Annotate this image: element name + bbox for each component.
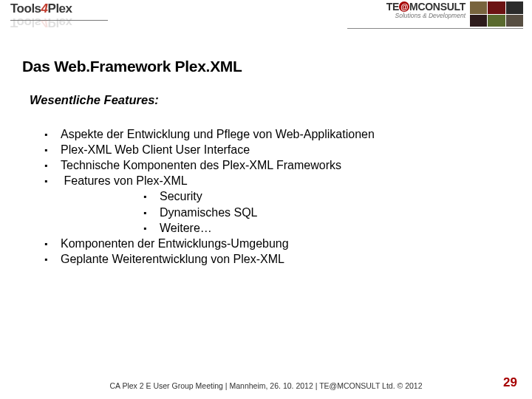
list-item: Technische Komponenten des Plex-XML Fram…: [44, 157, 510, 173]
list-item: Komponenten der Entwicklungs-Umgebung: [44, 236, 510, 251]
slide-header: Tools4Plex Tools4Plex TE@MCONSULT Soluti…: [0, 0, 532, 37]
list-item: Aspekte der Entwicklung und Pflege von W…: [44, 126, 510, 142]
list-item: Geplante Weiterentwicklung von Plex-XML: [44, 251, 510, 267]
sub-bullet-list: Security Dynamisches SQL Weitere…: [143, 188, 510, 235]
header-thumbnail-grid: [470, 1, 523, 27]
list-item: Features von Plex-XML Security Dynamisch…: [44, 173, 510, 235]
logo-teamconsult: TE@MCONSULT Solutions & Development: [386, 1, 466, 19]
logo-text-four: 4: [41, 1, 48, 16]
list-item: Weitere…: [143, 220, 510, 236]
brand-subtitle: Solutions & Development: [386, 13, 466, 19]
page-number: 29: [503, 375, 517, 390]
thumb-icon: [488, 1, 505, 14]
thumb-icon: [506, 15, 523, 27]
slide-footer: CA Plex 2 E User Group Meeting | Mannhei…: [0, 381, 532, 390]
thumb-icon: [506, 1, 523, 14]
header-right-underline: [347, 28, 523, 29]
slide-body: Das Web.Framework Plex.XML Wesentliche F…: [0, 37, 532, 267]
list-item-label: Features von Plex-XML: [64, 174, 187, 187]
list-item: Security: [143, 188, 510, 204]
logo-text-plex: Plex: [48, 1, 72, 16]
slide-subtitle: Wesentliche Features:: [30, 93, 510, 107]
footer-text: CA Plex 2 E User Group Meeting | Mannhei…: [0, 381, 532, 390]
logo-reflection: Tools4Plex: [10, 15, 72, 30]
brand-line: TE@MCONSULT: [386, 1, 466, 13]
thumb-icon: [470, 1, 487, 14]
logo-underline: [10, 20, 108, 21]
thumb-icon: [488, 15, 505, 27]
logo-text-tools: Tools: [10, 1, 41, 16]
list-item: Dynamisches SQL: [143, 205, 510, 220]
list-item: Plex-XML Web Client User Interface: [44, 142, 510, 157]
slide-title: Das Web.Framework Plex.XML: [22, 58, 510, 75]
thumb-icon: [470, 15, 487, 27]
bullet-list: Aspekte der Entwicklung und Pflege von W…: [44, 126, 510, 267]
at-icon: @: [399, 1, 409, 12]
logo-tools4plex: Tools4Plex: [10, 1, 72, 16]
